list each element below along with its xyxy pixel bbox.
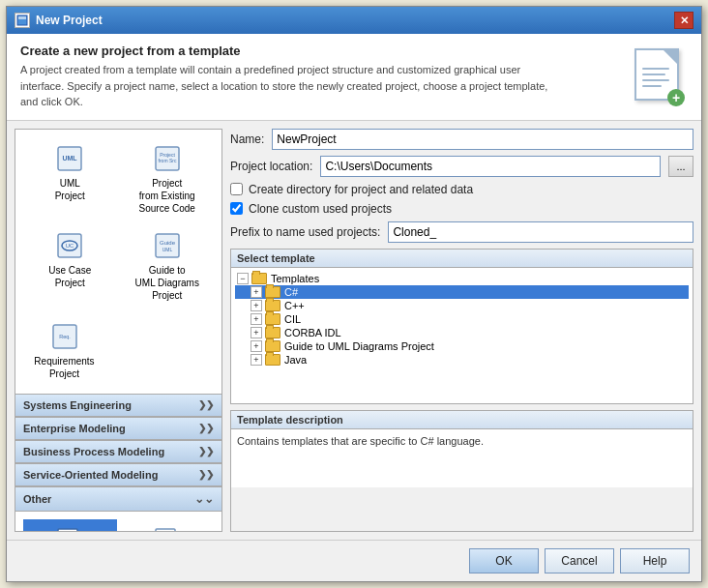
root-expander[interactable]: − <box>237 273 249 284</box>
left-scroll[interactable]: UML UMLProject Project from Src <box>15 130 221 532</box>
template-icon <box>54 525 85 532</box>
prefix-row: Prefix to name used projects: <box>230 221 693 243</box>
title-bar: New Project ✕ <box>7 7 701 34</box>
new-project-window: New Project ✕ Create a new project from … <box>6 6 702 582</box>
tree-root[interactable]: − Templates <box>235 272 689 285</box>
svg-text:UML: UML <box>63 155 78 162</box>
root-label: Templates <box>271 273 319 284</box>
icon-grid-other: Projectfrom Template Proc <box>15 512 221 532</box>
desc-text: Contains templates that are specific to … <box>231 429 693 487</box>
template-tree[interactable]: − Templates + C# + C++ <box>231 268 693 403</box>
location-label: Project location: <box>230 160 312 173</box>
svg-rect-15 <box>58 529 77 532</box>
browse-button[interactable]: ... <box>668 156 693 177</box>
tree-item-cpp[interactable]: + C++ <box>235 299 689 312</box>
create-dir-label[interactable]: Create directory for project and related… <box>249 183 473 196</box>
section-systems[interactable]: Systems Engineering ❯❯ <box>15 394 221 417</box>
java-label: Java <box>284 354 307 366</box>
prefix-input[interactable] <box>388 221 693 243</box>
doc-lines <box>642 68 669 87</box>
existing-icon: Project from Src <box>152 143 183 174</box>
chevron-business: ❯❯ <box>198 446 214 456</box>
guideuml-expander[interactable]: + <box>251 340 262 352</box>
window-title: New Project <box>36 14 103 27</box>
svg-rect-1 <box>18 16 26 19</box>
title-bar-left: New Project <box>15 13 103 28</box>
tree-item-guideuml[interactable]: + Guide to UML Diagrams Project <box>235 339 689 353</box>
checkbox1-row: Create directory for project and related… <box>230 183 693 196</box>
cpp-expander[interactable]: + <box>251 300 262 311</box>
guide-label: Guide toUML DiagramsProject <box>135 264 199 302</box>
csharp-expander[interactable]: + <box>251 286 262 298</box>
req-icon: Req. <box>49 321 80 352</box>
cancel-button[interactable]: Cancel <box>545 548 614 573</box>
clone-projects-label[interactable]: Clone custom used projects <box>249 202 392 216</box>
section-enterprise-label: Enterprise Modeling <box>23 423 126 434</box>
section-enterprise[interactable]: Enterprise Modeling ❯❯ <box>15 417 221 440</box>
process-icon <box>152 525 183 532</box>
bottom-bar: OK Cancel Help <box>7 540 701 581</box>
guideuml-label: Guide to UML Diagrams Project <box>284 340 434 352</box>
svg-text:UC: UC <box>66 243 74 249</box>
section-service[interactable]: Service-Oriented Modeling ❯❯ <box>15 463 221 486</box>
left-panel: UML UMLProject Project from Src <box>15 129 222 533</box>
name-label: Name: <box>230 132 264 146</box>
sidebar-item-existing[interactable]: Project from Src Projectfrom ExistingSou… <box>121 137 215 220</box>
sidebar-item-usecase[interactable]: UC Use CaseProject <box>23 224 117 308</box>
sidebar-item-requirements[interactable]: Req. RequirementsProject <box>23 315 105 386</box>
sidebar-item-process[interactable]: ProcessGuideProject <box>121 519 215 532</box>
name-input[interactable] <box>272 129 693 150</box>
section-other[interactable]: Other ⌄⌄ <box>15 486 221 512</box>
corbaidl-folder-icon <box>265 327 280 338</box>
sidebar-item-uml[interactable]: UML UMLProject <box>23 137 117 220</box>
root-folder-icon <box>251 273 267 284</box>
usecase-label: Use CaseProject <box>48 264 91 289</box>
tree-item-java[interactable]: + Java <box>235 353 689 367</box>
req-row: Req. RequirementsProject <box>15 315 221 394</box>
cil-folder-icon <box>265 313 280 325</box>
tree-item-corbaidl[interactable]: + CORBA IDL <box>235 326 689 339</box>
sidebar-item-guide[interactable]: Guide UML Guide toUML DiagramsProject <box>121 224 215 308</box>
icon-grid-top: UML UMLProject Project from Src <box>15 130 221 315</box>
uml-icon: UML <box>54 143 85 174</box>
close-button[interactable]: ✕ <box>674 12 693 29</box>
location-row: Project location: ... <box>230 156 693 177</box>
sidebar-item-template[interactable]: Projectfrom Template <box>23 519 117 532</box>
usecase-icon: UC <box>54 230 85 261</box>
create-dir-checkbox[interactable] <box>230 183 243 195</box>
chevron-systems: ❯❯ <box>198 399 214 410</box>
req-label: RequirementsProject <box>34 355 94 380</box>
corbaidl-expander[interactable]: + <box>251 327 262 338</box>
guideuml-folder-icon <box>265 340 280 352</box>
cpp-label: C++ <box>284 300 305 311</box>
cil-expander[interactable]: + <box>251 313 262 325</box>
header-title: Create a new project from a template <box>20 44 626 58</box>
svg-text:from Src: from Src <box>158 158 176 163</box>
csharp-label: C# <box>284 286 298 298</box>
java-expander[interactable]: + <box>251 354 262 366</box>
cil-label: CIL <box>284 313 301 325</box>
right-panel: Name: Project location: ... Create direc… <box>230 129 693 533</box>
tree-item-csharp[interactable]: + C# <box>235 285 689 299</box>
java-folder-icon <box>265 354 280 366</box>
location-input[interactable] <box>320 156 661 177</box>
chevron-service: ❯❯ <box>198 469 214 480</box>
help-button[interactable]: Help <box>620 548 690 573</box>
desc-title: Template description <box>231 411 693 429</box>
clone-projects-checkbox[interactable] <box>230 202 243 215</box>
header-description: A project created from a template will c… <box>20 62 562 110</box>
select-template-title: Select template <box>231 250 693 268</box>
section-business[interactable]: Business Process Modeling ❯❯ <box>15 440 221 463</box>
doc-plus-icon: + <box>667 89 685 106</box>
ok-button[interactable]: OK <box>469 548 539 573</box>
checkbox2-row: Clone custom used projects <box>230 202 693 216</box>
section-business-label: Business Process Modeling <box>23 446 164 457</box>
uml-label: UMLProject <box>55 177 85 202</box>
cpp-folder-icon <box>265 300 280 311</box>
svg-rect-10 <box>156 234 179 257</box>
prefix-label: Prefix to name used projects: <box>230 225 380 239</box>
section-systems-label: Systems Engineering <box>23 399 132 411</box>
name-row: Name: <box>230 129 693 150</box>
tree-item-cil[interactable]: + CIL <box>235 312 689 326</box>
chevron-other: ⌄⌄ <box>194 492 214 506</box>
